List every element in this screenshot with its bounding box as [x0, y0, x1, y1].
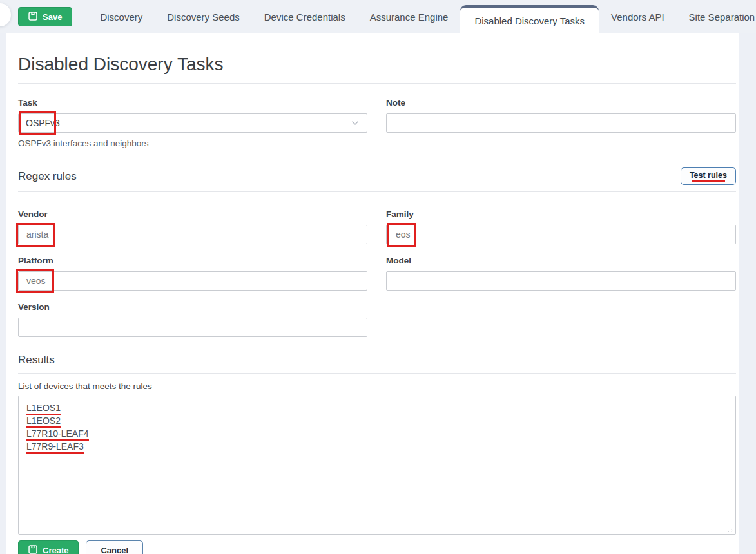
annotation-underline-test-rules [692, 180, 725, 182]
task-field-group: Task OSPFv3 OSPFv3 interfaces and neighb… [18, 98, 367, 148]
results-textarea[interactable]: L1EOS1 L1EOS2 L77R10-LEAF4 L77R9-LEAF3 [18, 396, 736, 535]
sidebar-toggle[interactable] [0, 3, 11, 26]
cancel-button[interactable]: Cancel [86, 540, 143, 554]
family-field-group: Family eos [386, 209, 736, 244]
test-rules-button-label: Test rules [690, 171, 727, 180]
task-label: Task [18, 98, 367, 108]
chevron-down-icon [351, 119, 360, 128]
app-window: Save Discovery Discovery Seeds Device Cr… [0, 0, 756, 554]
note-input[interactable] [386, 113, 736, 133]
task-select[interactable]: OSPFv3 [18, 113, 367, 133]
family-label: Family [386, 209, 736, 219]
platform-field-group: Platform veos [18, 256, 367, 291]
regex-section-divider [18, 191, 736, 192]
model-label: Model [386, 256, 736, 265]
title-divider [18, 83, 736, 84]
family-input-value: eos [396, 229, 411, 240]
save-button[interactable]: Save [18, 7, 72, 26]
form-actions: Create Cancel [18, 540, 736, 554]
tab-disabled-discovery-tasks[interactable]: Disabled Discovery Tasks [460, 5, 599, 33]
model-field-group: Model [386, 256, 736, 291]
note-label: Note [386, 98, 736, 108]
save-button-label: Save [43, 12, 62, 22]
results-section-header: Results [18, 354, 736, 367]
model-input[interactable] [386, 271, 736, 291]
tab-discovery-seeds[interactable]: Discovery Seeds [155, 0, 252, 33]
regex-section-header: Regex rules Test rules [18, 167, 736, 185]
resize-handle-icon[interactable] [728, 526, 734, 533]
test-rules-button[interactable]: Test rules [681, 167, 736, 185]
tab-vendors-api[interactable]: Vendors API [599, 0, 677, 33]
create-button[interactable]: Create [18, 540, 79, 554]
vendor-input[interactable]: arista [18, 225, 367, 244]
results-section-title: Results [18, 354, 55, 367]
vendor-field-group: Vendor arista [18, 209, 367, 244]
top-tab-bar: Save Discovery Discovery Seeds Device Cr… [0, 0, 756, 33]
page-title: Disabled Discovery Tasks [18, 33, 736, 75]
floppy-icon [28, 545, 37, 554]
tab-device-credentials[interactable]: Device Credentials [252, 0, 358, 33]
tab-site-separation[interactable]: Site Separation [677, 0, 756, 33]
platform-label: Platform [18, 256, 367, 265]
version-field-group: Version [18, 302, 367, 337]
device-list-item: L77R10-LEAF4 [26, 428, 728, 441]
results-caption: List of devices that meets the rules [18, 381, 736, 391]
floppy-icon [28, 12, 37, 23]
vendor-input-value: arista [26, 229, 48, 240]
task-select-value: OSPFv3 [26, 118, 60, 128]
device-list-item: L1EOS1 [26, 403, 728, 416]
tab-assurance-engine[interactable]: Assurance Engine [358, 0, 461, 33]
device-list-item: L77R9-LEAF3 [26, 441, 728, 454]
platform-input[interactable]: veos [18, 271, 367, 291]
results-section-divider [18, 373, 736, 374]
version-input[interactable] [18, 318, 367, 337]
regex-section-title: Regex rules [18, 170, 77, 183]
platform-input-value: veos [26, 276, 46, 286]
family-input[interactable]: eos [386, 225, 736, 244]
main-panel: Disabled Discovery Tasks Task OSPFv3 OSP… [6, 33, 739, 554]
vendor-label: Vendor [18, 209, 367, 219]
task-help-text: OSPFv3 interfaces and neighbors [18, 138, 367, 148]
version-label: Version [18, 302, 367, 312]
create-button-label: Create [43, 546, 68, 554]
note-field-group: Note [386, 98, 736, 148]
tab-discovery[interactable]: Discovery [88, 0, 155, 33]
device-list-item: L1EOS2 [26, 416, 728, 428]
